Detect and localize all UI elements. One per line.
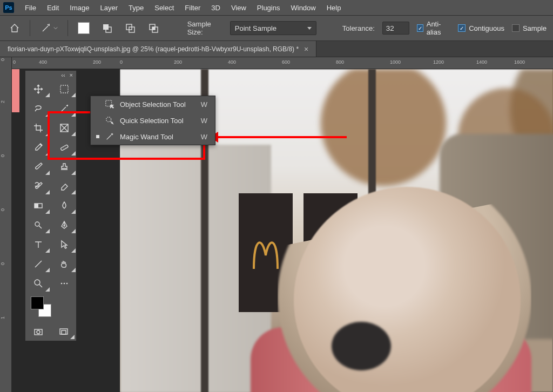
type-tool[interactable] — [25, 235, 51, 254]
frame-tool[interactable] — [51, 118, 77, 138]
horizontal-ruler[interactable]: 0 400 200 0 200 400 600 800 1000 1200 14… — [12, 57, 553, 69]
eyedropper-icon — [33, 142, 44, 153]
line-tool[interactable] — [25, 254, 51, 274]
selection-subtract-button[interactable] — [122, 19, 138, 37]
ruler-tick: 1 — [0, 316, 11, 319]
marquee-tool[interactable] — [51, 79, 77, 99]
document-tab[interactable]: florian-van-duyn-pXToxwjqliQ-unsplash.jp… — [0, 41, 316, 57]
annotation-arrow — [217, 136, 347, 138]
menu-window[interactable]: Window — [286, 2, 320, 14]
sample-all-label: Sample — [523, 24, 547, 32]
history-brush-tool[interactable] — [25, 177, 51, 196]
lasso-tool[interactable] — [25, 99, 51, 118]
ruler-tick: 400 — [228, 59, 236, 65]
svg-point-27 — [37, 330, 40, 334]
tolerance-input[interactable] — [382, 22, 409, 35]
vertical-ruler[interactable]: 0 2 0 0 0 1 — [0, 57, 12, 392]
separator — [30, 20, 30, 36]
menu-bar: Ps File Edit Image Layer Type Select Fil… — [0, 0, 553, 15]
menu-layer[interactable]: Layer — [96, 2, 123, 14]
check-icon: ✓ — [417, 24, 423, 32]
foreground-color-swatch[interactable] — [31, 296, 44, 309]
flyout-item-quick-selection[interactable]: Quick Selection Tool W — [91, 112, 215, 129]
magnifier-icon — [33, 278, 44, 289]
home-button[interactable] — [6, 19, 22, 37]
ruler-tick: 2 — [0, 100, 11, 103]
pen-tool[interactable] — [51, 215, 77, 235]
antialias-checkbox[interactable]: ✓ Anti-alias — [417, 20, 450, 36]
menu-help[interactable]: Help — [322, 2, 346, 14]
ruler-tick: 1200 — [433, 59, 444, 65]
canvas-guide — [12, 69, 19, 112]
history-brush-icon — [33, 181, 44, 192]
line-icon — [33, 259, 44, 269]
color-swatches[interactable] — [25, 293, 76, 323]
eraser-tool[interactable] — [51, 177, 77, 196]
flyout-item-object-selection[interactable]: Object Selection Tool W — [91, 96, 215, 112]
flyout-item-shortcut: W — [201, 100, 207, 109]
active-dot-icon — [96, 135, 99, 138]
svg-rect-7 — [152, 27, 155, 30]
svg-point-17 — [35, 222, 39, 226]
svg-point-31 — [106, 117, 111, 122]
close-icon[interactable]: × — [304, 45, 308, 53]
selection-intersect-button[interactable] — [146, 19, 161, 37]
blur-tool[interactable] — [51, 196, 77, 215]
collapse-icon[interactable]: ‹‹ — [61, 72, 65, 78]
svg-point-24 — [64, 283, 65, 285]
tolerance-label: Tolerance: — [342, 24, 375, 32]
zoom-tool[interactable] — [25, 274, 51, 293]
path-select-tool[interactable] — [51, 235, 77, 254]
ruler-tick: 0 — [0, 262, 11, 265]
edit-toolbar-button[interactable] — [51, 274, 77, 293]
svg-point-21 — [35, 280, 40, 285]
gradient-tool[interactable] — [25, 196, 51, 215]
sample-size-label: Sample Size: — [187, 20, 222, 36]
svg-line-20 — [35, 261, 42, 267]
document-tab-title: florian-van-duyn-pXToxwjqliQ-unsplash.jp… — [8, 45, 299, 53]
check-icon: ✓ — [512, 24, 520, 32]
selection-new-button[interactable] — [76, 19, 91, 37]
quick-mask-button[interactable] — [25, 323, 51, 341]
menu-select[interactable]: Select — [150, 2, 178, 14]
tool-preset-button[interactable] — [38, 19, 60, 37]
contiguous-checkbox[interactable]: ✓ Contiguous — [458, 24, 504, 32]
eyedropper-tool[interactable] — [25, 138, 51, 157]
canvas-area[interactable]: 0 400 200 0 200 400 600 800 1000 1200 14… — [12, 57, 553, 392]
hand-icon — [59, 259, 70, 269]
menu-type[interactable]: Type — [124, 2, 148, 14]
screen-icon — [58, 327, 69, 337]
ruler-tick: 800 — [336, 59, 344, 65]
menu-edit[interactable]: Edit — [43, 2, 63, 14]
pen-icon — [59, 220, 70, 231]
svg-point-23 — [61, 283, 63, 285]
ruler-tick: 400 — [39, 59, 47, 65]
menu-3d[interactable]: 3D — [207, 2, 225, 14]
menu-file[interactable]: File — [21, 2, 41, 14]
separator — [68, 20, 68, 36]
quick-selection-icon — [105, 116, 114, 125]
close-icon[interactable]: × — [70, 72, 73, 78]
menu-plugins[interactable]: Plugins — [253, 2, 285, 14]
stamp-tool[interactable] — [51, 157, 77, 177]
screen-mode-button[interactable] — [51, 323, 76, 341]
ruler-tick: 0 — [0, 208, 11, 211]
overlap-add-icon — [102, 23, 112, 33]
healing-tool[interactable] — [51, 138, 77, 157]
dodge-tool[interactable] — [25, 215, 51, 235]
selection-add-button[interactable] — [99, 19, 114, 37]
sample-size-select[interactable]: Point Sample — [230, 21, 316, 35]
toolbox-panel[interactable]: ‹‹ × — [25, 70, 77, 341]
magic-wand-tool[interactable] — [51, 99, 77, 118]
flyout-item-magic-wand[interactable]: Magic Wand Tool W — [91, 129, 215, 145]
brush-tool[interactable] — [25, 157, 51, 177]
move-tool[interactable] — [25, 79, 51, 99]
svg-line-18 — [39, 226, 42, 228]
home-icon — [9, 23, 20, 33]
crop-tool[interactable] — [25, 118, 51, 138]
menu-image[interactable]: Image — [65, 2, 93, 14]
sample-all-checkbox[interactable]: ✓ Sample — [512, 24, 547, 32]
menu-filter[interactable]: Filter — [180, 2, 205, 14]
menu-view[interactable]: View — [227, 2, 251, 14]
hand-tool[interactable] — [51, 254, 77, 274]
